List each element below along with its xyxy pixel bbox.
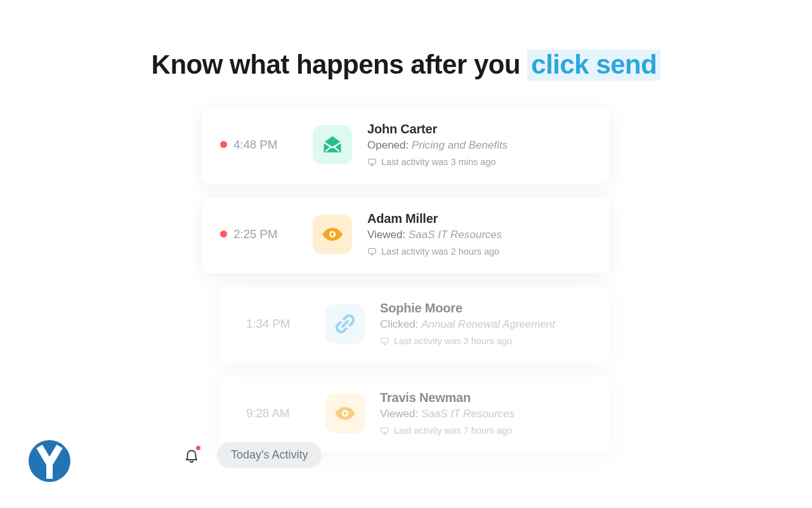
action-label: Viewed: <box>380 408 418 420</box>
unread-dot <box>220 141 227 148</box>
activity-body: Adam Miller Viewed: SaaS IT Resources La… <box>367 211 502 257</box>
monitor-icon <box>380 426 390 436</box>
time-column: 4:48 PM <box>220 138 298 152</box>
brand-logo <box>27 438 72 484</box>
headline-plain: Know what happens after you <box>152 50 528 79</box>
monitor-icon <box>367 247 377 257</box>
activity-meta: Last activity was 3 mins ago <box>367 157 508 167</box>
svg-rect-4 <box>381 338 388 343</box>
activity-body: Travis Newman Viewed: SaaS IT Resources … <box>380 391 514 436</box>
svg-rect-0 <box>369 159 376 164</box>
time-column: 2:25 PM <box>220 227 298 241</box>
eye-icon <box>325 394 365 433</box>
activity-time: 4:48 PM <box>233 138 277 152</box>
action-label: Opened: <box>367 139 409 151</box>
envelope-icon <box>313 125 352 164</box>
today-activity-pill[interactable]: Today's Activity <box>217 442 322 468</box>
time-column: 9:28 AM <box>233 406 310 420</box>
monitor-icon <box>380 337 390 346</box>
activity-card[interactable]: 2:25 PM Adam Miller Viewed: SaaS IT Reso… <box>202 197 610 273</box>
action-label: Clicked: <box>380 318 418 330</box>
activity-body: Sophie Moore Clicked: Annual Renewal Agr… <box>380 301 555 346</box>
time-column: 1:34 PM <box>233 317 310 331</box>
svg-rect-9 <box>46 460 53 479</box>
unread-dot <box>220 231 227 237</box>
activity-time: 2:25 PM <box>233 227 277 241</box>
bell-unread-badge <box>195 445 201 451</box>
meta-text: Last activity was 2 hours ago <box>381 246 499 257</box>
action-subject: SaaS IT Resources <box>421 408 514 420</box>
svg-rect-7 <box>381 427 388 432</box>
bottom-row: Today's Activity <box>183 442 322 468</box>
link-icon <box>325 304 365 344</box>
activity-card[interactable]: 9:28 AM Travis Newman Viewed: SaaS IT Re… <box>219 377 610 452</box>
meta-text: Last activity was 7 hours ago <box>394 425 512 436</box>
headline-highlight: click send <box>527 50 660 81</box>
notification-bell[interactable] <box>183 446 200 464</box>
activity-meta: Last activity was 2 hours ago <box>367 246 502 257</box>
page-headline: Know what happens after you click send <box>0 50 812 80</box>
svg-point-2 <box>331 232 334 236</box>
activity-action: Opened: Pricing and Benefits <box>367 139 508 152</box>
eye-icon <box>313 215 352 254</box>
contact-name: Travis Newman <box>380 391 514 405</box>
contact-name: Adam Miller <box>367 211 502 226</box>
activity-card[interactable]: 1:34 PM Sophie Moore Clicked: Annual Ren… <box>219 287 610 363</box>
activity-action: Viewed: SaaS IT Resources <box>380 408 514 420</box>
action-subject: Annual Renewal Agreement <box>421 318 555 330</box>
activity-meta: Last activity was 3 hours ago <box>380 336 555 346</box>
activity-time: 9:28 AM <box>246 406 289 420</box>
monitor-icon <box>367 157 377 167</box>
activity-feed: 4:48 PM John Carter Opened: Pricing and … <box>202 108 610 452</box>
action-label: Viewed: <box>367 229 405 241</box>
action-subject: Pricing and Benefits <box>412 139 508 151</box>
activity-action: Clicked: Annual Renewal Agreement <box>380 318 555 331</box>
action-subject: SaaS IT Resources <box>409 229 502 241</box>
svg-point-6 <box>343 411 346 415</box>
activity-body: John Carter Opened: Pricing and Benefits… <box>367 122 508 167</box>
svg-rect-3 <box>369 248 376 253</box>
contact-name: John Carter <box>367 122 508 137</box>
activity-meta: Last activity was 7 hours ago <box>380 425 514 436</box>
activity-action: Viewed: SaaS IT Resources <box>367 229 502 241</box>
activity-card[interactable]: 4:48 PM John Carter Opened: Pricing and … <box>202 108 610 184</box>
activity-time: 1:34 PM <box>246 317 290 331</box>
contact-name: Sophie Moore <box>380 301 555 316</box>
meta-text: Last activity was 3 mins ago <box>381 157 496 167</box>
meta-text: Last activity was 3 hours ago <box>394 336 512 346</box>
